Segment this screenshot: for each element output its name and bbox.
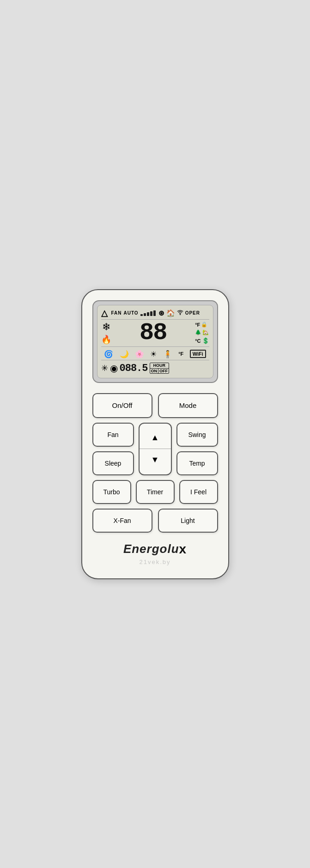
bell-icon: △	[101, 308, 108, 318]
timer-button[interactable]: Timer	[136, 480, 175, 504]
celsius-label: °C	[195, 338, 201, 344]
oper-label: OPER	[185, 310, 200, 316]
lock-icon: 🔒	[201, 322, 207, 328]
moon-icon: 🌙	[120, 350, 129, 358]
light-button[interactable]: Light	[158, 509, 218, 533]
celsius-row: °C 💲	[195, 337, 209, 344]
lcd-row2-center: 88	[113, 321, 194, 345]
house2-icon: 🏡	[202, 329, 209, 335]
lcd-row2: ❄ 🔥 88 °F 🔒 🌲 🏡 °C	[101, 321, 209, 347]
brand-logo: Energolux	[123, 542, 187, 557]
down-button[interactable]: ▼	[140, 449, 171, 471]
row-turbo-timer-ifeel: Turbo Timer I Feel	[92, 480, 218, 504]
on-off-button[interactable]: On/Off	[92, 393, 152, 418]
flower-icon: 🌸	[135, 350, 144, 358]
wifi-top-icon	[177, 309, 183, 317]
row-xfan-light: X-Fan Light	[92, 509, 218, 533]
fan-button[interactable]: Fan	[92, 423, 134, 447]
col-left: Fan Sleep	[92, 423, 134, 475]
fan-label: FAN	[111, 310, 122, 316]
lcd-inner: △ FAN AUTO ⊛ 🏠	[97, 305, 213, 378]
brand-x: x	[179, 542, 187, 557]
hour-label: HOUR	[150, 363, 169, 369]
lcd-display: △ FAN AUTO ⊛ 🏠	[92, 300, 218, 383]
timer-digits: 088.5	[120, 363, 148, 374]
on-label: ON	[150, 369, 159, 374]
up-down-button[interactable]: ▲ ▼	[139, 423, 172, 475]
lcd-row3: 🌀 🌙 🌸 ☀ 🧍 °F WiFi	[101, 348, 209, 360]
lcd-row4: ✳ ◉ 088.5 HOUR ON OFF	[101, 362, 209, 374]
svg-point-0	[180, 314, 180, 315]
spinner-icon: ⊛	[158, 309, 164, 317]
on-off-row: ON OFF	[150, 369, 169, 374]
lcd-row2-left: ❄ 🔥	[101, 321, 113, 345]
off-label: OFF	[158, 369, 169, 374]
fahrenheit-row3-icon: °F	[178, 351, 183, 357]
ifeel-button[interactable]: I Feel	[179, 480, 218, 504]
house-icon: 🏠	[166, 309, 175, 317]
wifi-label-box: WiFi	[190, 350, 206, 358]
brand-text: Energolu	[123, 542, 179, 556]
swing-button[interactable]: Swing	[176, 423, 218, 447]
auto-label: AUTO	[124, 310, 139, 316]
tree-house-row: 🌲 🏡	[195, 329, 209, 335]
fan-bars	[140, 310, 156, 316]
col-right: Swing Temp	[176, 423, 218, 475]
xfan-button[interactable]: X-Fan	[92, 509, 152, 533]
sleep-button[interactable]: Sleep	[92, 451, 134, 475]
lcd-row2-right: °F 🔒 🌲 🏡 °C 💲	[193, 321, 209, 345]
fahrenheit-row: °F 🔒	[195, 322, 207, 328]
remote-control: △ FAN AUTO ⊛ 🏠	[81, 289, 229, 579]
temperature-digits: 88	[140, 321, 166, 345]
col-center: ▲ ▼	[139, 423, 172, 475]
snowflake-icon: ❄	[102, 321, 110, 333]
sun-row4-icon: ✳	[101, 363, 108, 373]
tree-icon: 🌲	[195, 329, 201, 335]
wind-icon: 🌀	[104, 350, 113, 358]
mode-button[interactable]: Mode	[158, 393, 218, 418]
fire-icon: 🔥	[101, 334, 111, 345]
temp-button[interactable]: Temp	[176, 451, 218, 475]
row-fan-updown-swing: Fan Sleep ▲ ▼ Swing Temp	[92, 423, 218, 475]
sun-half-icon: ☀	[150, 350, 157, 358]
turbo-button[interactable]: Turbo	[92, 480, 131, 504]
lcd-row1: △ FAN AUTO ⊛ 🏠	[101, 308, 209, 320]
fan-sweep-icon: ◉	[110, 363, 118, 374]
fahrenheit-label: °F	[195, 322, 200, 328]
hour-box: HOUR ON OFF	[150, 363, 170, 374]
buttons-area: On/Off Mode Fan Sleep ▲ ▼ Swing Temp Tur…	[92, 393, 218, 533]
person-icon: 🧍	[163, 350, 172, 358]
dollar-icon: 💲	[202, 337, 209, 344]
up-button[interactable]: ▲	[140, 427, 171, 449]
row-on-off-mode: On/Off Mode	[92, 393, 218, 418]
watermark: 21vek.by	[139, 558, 170, 565]
